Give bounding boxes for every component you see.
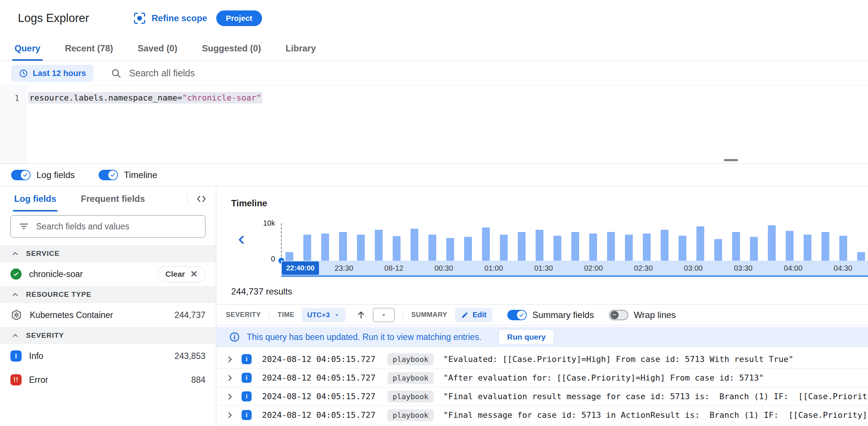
timeline-bar[interactable] (857, 252, 865, 261)
timeline-bar[interactable] (714, 239, 722, 261)
timeline-axis-label: 03:00 (668, 264, 718, 273)
sort-up-icon[interactable] (356, 310, 366, 320)
timeline-bar[interactable] (839, 236, 847, 261)
log-source-chip[interactable]: playbook (387, 372, 434, 384)
log-timestamp: 2024-08-12 04:05:15.727 (262, 392, 376, 401)
timeline-bar[interactable] (428, 235, 436, 261)
chevron-right-icon[interactable] (225, 355, 235, 364)
scope-badge[interactable]: Project (216, 10, 262, 26)
selected-time-pill[interactable]: 22:40:00 (282, 261, 319, 275)
tab-suggested[interactable]: Suggested (0) (189, 36, 273, 61)
sidebar-search-input[interactable] (36, 222, 198, 232)
timeline-bar[interactable] (375, 230, 383, 261)
timeline-bar[interactable] (750, 237, 758, 261)
timeline-bar[interactable] (411, 229, 418, 261)
section-header-service[interactable]: SERVICE (0, 245, 216, 262)
severity-label: Error (29, 375, 184, 385)
log-row[interactable]: i 2024-08-12 04:05:15.727 playbook "Fina… (216, 387, 868, 406)
timeline-bar[interactable] (589, 233, 597, 261)
log-row[interactable]: i 2024-08-12 04:05:15.727 playbook "Fina… (216, 406, 868, 425)
toggle-check-icon (517, 311, 526, 320)
chevron-left-icon[interactable] (235, 233, 248, 248)
timeline-bar[interactable] (732, 232, 740, 261)
query-editor[interactable]: 1 resource.labels.namespace_name="chroni… (0, 86, 868, 164)
timeline-bar[interactable] (643, 233, 651, 261)
sidebar-tabs: Log fields Frequent fields (0, 186, 216, 212)
timeline-axis-label: 01:00 (469, 264, 518, 273)
run-query-button[interactable]: Run query (498, 329, 554, 345)
timeline-bar[interactable] (285, 252, 293, 261)
timeline-bar[interactable] (625, 235, 633, 261)
timeline-bar[interactable] (804, 235, 811, 261)
tab-saved[interactable]: Saved (0) (125, 36, 190, 61)
tab-query[interactable]: Query (2, 36, 52, 61)
clear-filter-button[interactable]: Clear ✕ (157, 266, 205, 282)
sidebar-tab-log-fields[interactable]: Log fields (14, 186, 56, 212)
timeline-bar[interactable] (571, 232, 579, 261)
chevron-right-icon[interactable] (225, 410, 235, 420)
timeline-bar[interactable] (321, 233, 329, 261)
column-severity: SEVERITY (226, 311, 261, 319)
timeline-bar[interactable] (536, 230, 543, 261)
summary-fields-toggle[interactable] (507, 310, 527, 320)
log-source-chip[interactable]: playbook (387, 409, 434, 421)
timeline-bar[interactable] (339, 232, 347, 261)
log-row[interactable]: i 2024-08-12 04:05:15.727 playbook "Afte… (216, 369, 868, 387)
log-message: "Final evaluation result message for cas… (443, 392, 868, 401)
editor-line-number: 1 (0, 86, 27, 163)
collapse-panel-icon[interactable] (195, 193, 208, 205)
service-item-chronicle-soar[interactable]: chronicle-soar Clear ✕ (0, 262, 216, 286)
timeline-bar[interactable] (357, 235, 365, 261)
wrap-lines-toggle-group: − Wrap lines (609, 310, 676, 320)
timeline-bars[interactable] (281, 223, 868, 261)
timeline-bar[interactable] (464, 237, 472, 261)
timeline-bar[interactable] (482, 228, 490, 261)
log-row[interactable]: i 2024-08-12 04:05:15.727 playbook "Eval… (216, 350, 868, 369)
chevron-up-icon (11, 290, 19, 299)
timezone-selector[interactable]: UTC+3 (302, 308, 345, 322)
timeline-bar[interactable] (607, 232, 615, 261)
info-severity-icon: i (242, 391, 252, 401)
panel-resize-handle[interactable] (724, 159, 738, 161)
log-message: "Evaluated: [[Case.Priority]=High] From … (443, 355, 868, 364)
timeline-bar[interactable] (393, 236, 401, 261)
log-fields-toggle[interactable] (11, 170, 31, 180)
filter-icon (18, 221, 29, 232)
timeline-bar[interactable] (768, 225, 776, 261)
search-all-fields-input[interactable] (129, 68, 464, 79)
tab-recent[interactable]: Recent (78) (52, 36, 125, 61)
timeline-bar[interactable] (821, 232, 829, 261)
app-header: Logs Explorer Refine scope Project (0, 0, 868, 36)
timeline-bar[interactable] (696, 226, 704, 261)
timeline-bar[interactable] (518, 232, 526, 261)
sidebar-tab-frequent-fields[interactable]: Frequent fields (81, 186, 145, 212)
chevron-right-icon[interactable] (225, 392, 235, 401)
log-source-chip[interactable]: playbook (387, 353, 434, 365)
timeline-bar[interactable] (303, 235, 311, 261)
timeline-bar[interactable] (553, 236, 561, 261)
timeline-chart: 10k 0 22:40:00 23:3008-1200:3001:0001:30… (216, 223, 868, 277)
severity-item-info[interactable]: i Info 243,853 (0, 344, 216, 368)
timeline-bar[interactable] (500, 235, 508, 261)
timeline-bar[interactable] (446, 238, 454, 261)
timeline-toggle[interactable] (99, 170, 118, 180)
timeline-bar[interactable] (661, 230, 668, 261)
editor-code-line[interactable]: resource.labels.namespace_name="chronicl… (27, 86, 262, 163)
timeline-axis-label: 03:30 (718, 264, 768, 273)
wrap-lines-toggle[interactable]: − (609, 310, 628, 320)
timeline-bar[interactable] (786, 231, 794, 261)
time-range-button[interactable]: Last 12 hours (11, 65, 93, 82)
section-header-resource-type[interactable]: RESOURCE TYPE (0, 286, 216, 303)
refine-scope-button[interactable]: Refine scope (133, 12, 207, 25)
resource-type-item-kubernetes[interactable]: Kubernetes Container 244,737 (0, 303, 216, 327)
severity-item-error[interactable]: !! Error 884 (0, 368, 216, 392)
edit-summary-button[interactable]: Edit (455, 308, 492, 322)
sort-order-dropdown[interactable] (373, 308, 395, 322)
timeline-bar[interactable] (679, 236, 686, 261)
info-circle-icon (229, 331, 240, 343)
tab-library[interactable]: Library (273, 36, 328, 61)
log-source-chip[interactable]: playbook (387, 391, 434, 403)
timeline-axis-label: 04:30 (818, 264, 868, 273)
chevron-right-icon[interactable] (225, 373, 235, 383)
section-header-severity[interactable]: SEVERITY (0, 327, 216, 344)
